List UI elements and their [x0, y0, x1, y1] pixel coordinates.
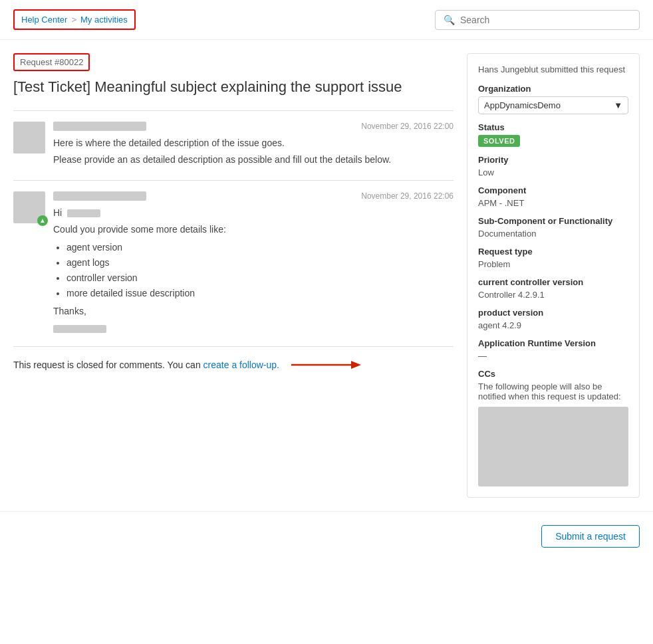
comment-timestamp-2: November 29, 2016 22:06: [361, 191, 454, 201]
breadcrumb: Help Center > My activities: [13, 9, 136, 30]
comment-timestamp-1: November 29, 2016 22:00: [361, 122, 454, 131]
closed-notice-text: This request is closed for comments. You…: [13, 360, 201, 370]
comment-list: agent version agent logs controller vers…: [66, 241, 454, 300]
footer: Submit a request: [0, 511, 653, 561]
ccs-label: CCs: [478, 369, 628, 379]
closed-notice: This request is closed for comments. You…: [13, 346, 454, 372]
comment-line-2: Please provide an as detailed descriptio…: [53, 153, 454, 167]
comment-text-1: Here is where the detailed description o…: [53, 136, 454, 167]
left-panel: Request #80022 [Test Ticket] Meaningful …: [13, 53, 454, 498]
product-value: agent 4.2.9: [478, 320, 628, 330]
comment-closing: Thanks,: [53, 304, 454, 318]
comment-signature: [53, 325, 454, 333]
avatar-1: [13, 122, 45, 154]
component-value: APM - .NET: [478, 198, 628, 208]
priority-value: Low: [478, 167, 628, 177]
comment-header-2: November 29, 2016 22:06: [53, 191, 454, 201]
priority-label: Priority: [478, 155, 628, 165]
comment-header-1: November 29, 2016 22:00: [53, 122, 454, 131]
submitter-info: Hans Jungeblut submitted this request: [478, 64, 628, 74]
org-value: AppDynamicsDemo: [484, 100, 561, 110]
ccs-placeholder: [478, 407, 628, 486]
comment-text-2: Hi Could you provide some more details l…: [53, 206, 454, 318]
submit-request-button[interactable]: Submit a request: [541, 525, 640, 548]
author-placeholder-2: [53, 191, 146, 201]
runtime-label: Application Runtime Version: [478, 338, 628, 348]
header: Help Center > My activities 🔍: [0, 0, 653, 40]
breadcrumb-help-center[interactable]: Help Center: [21, 15, 67, 25]
breadcrumb-my-activities[interactable]: My activities: [80, 15, 128, 25]
comment-line-1: Here is where the detailed description o…: [53, 136, 454, 150]
list-item-2: controller version: [66, 271, 454, 285]
main-content: Request #80022 [Test Ticket] Meaningful …: [0, 40, 653, 511]
list-item-3: more detailed issue description: [66, 286, 454, 300]
comment-body-2: November 29, 2016 22:06 Hi Could you pro…: [53, 191, 454, 333]
request-type-label: Request type: [478, 247, 628, 257]
list-item-0: agent version: [66, 241, 454, 255]
signature-placeholder: [53, 325, 106, 333]
subcomponent-value: Documentation: [478, 229, 628, 239]
product-label: product version: [478, 308, 628, 318]
org-label: Organization: [478, 84, 628, 94]
status-label: Status: [478, 122, 628, 132]
comment-question: Could you provide some more details like…: [53, 223, 454, 237]
follow-up-link[interactable]: create a follow-up.: [203, 360, 279, 370]
chevron-down-icon: ▼: [614, 100, 622, 110]
controller-label: current controller version: [478, 277, 628, 287]
search-input[interactable]: [460, 15, 631, 25]
runtime-value: —: [478, 351, 628, 361]
org-select[interactable]: AppDynamicsDemo ▼: [478, 96, 628, 114]
component-label: Component: [478, 185, 628, 195]
comment-body-1: November 29, 2016 22:00 Here is where th…: [53, 122, 454, 169]
search-icon: 🔍: [444, 15, 455, 25]
request-type-value: Problem: [478, 259, 628, 269]
right-panel: Hans Jungeblut submitted this request Or…: [467, 53, 640, 498]
breadcrumb-separator: >: [71, 15, 76, 25]
comment-block-2: ▲ November 29, 2016 22:06 Hi Could you p…: [13, 180, 454, 344]
comment-greeting: Hi: [53, 206, 454, 220]
ccs-desc: The following people will also be notifi…: [478, 381, 628, 401]
ticket-title: [Test Ticket] Meaningful subject explain…: [13, 78, 454, 97]
agent-badge: ▲: [37, 215, 48, 226]
author-placeholder-1: [53, 122, 146, 131]
controller-value: Controller 4.2.9.1: [478, 290, 628, 300]
avatar-2: ▲: [13, 191, 45, 223]
search-box[interactable]: 🔍: [435, 10, 640, 30]
svg-marker-1: [351, 361, 361, 369]
comment-block-1: November 29, 2016 22:00 Here is where th…: [13, 110, 454, 180]
list-item-1: agent logs: [66, 256, 454, 270]
request-id: Request #80022: [13, 53, 90, 71]
status-badge: SOLVED: [478, 135, 520, 147]
name-placeholder: [67, 209, 100, 217]
red-arrow: [285, 358, 364, 372]
subcomponent-label: Sub-Component or Functionality: [478, 216, 628, 226]
